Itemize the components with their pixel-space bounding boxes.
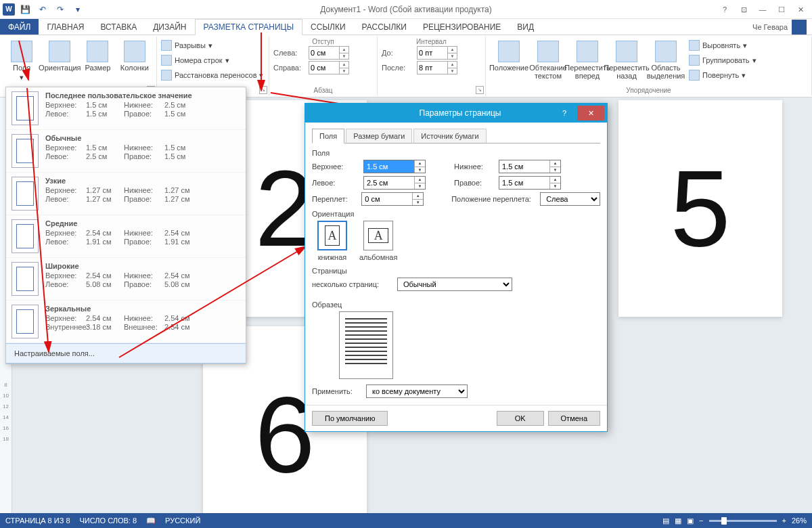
margins-dropdown: Последнее пользовательское значениеВерхн… [5, 87, 246, 364]
margin-bottom-input[interactable]: ▲▼ [499, 160, 561, 173]
view-print-icon[interactable]: ▤ [662, 516, 669, 525]
tab-design[interactable]: ДИЗАЙН [145, 19, 194, 35]
close-icon[interactable]: ✕ [792, 3, 809, 16]
view-web-icon[interactable]: ▣ [687, 516, 694, 525]
margins-preset-item[interactable]: ОбычныеВерхнее:1.5 смНижнее:1.5 смЛевое:… [6, 130, 246, 173]
cancel-button[interactable]: Отмена [548, 411, 600, 426]
save-icon[interactable]: 💾 [18, 2, 32, 17]
gutter-position-select[interactable]: Слева [540, 192, 600, 206]
orientation-landscape[interactable]: Aальбомная [359, 221, 397, 261]
tab-insert[interactable]: ВСТАВКА [92, 19, 145, 35]
zoom-level[interactable]: 26% [792, 516, 807, 525]
send-backward-button[interactable]: Переместить назад [608, 38, 646, 84]
size-button[interactable]: Размер [80, 38, 115, 84]
zoom-in-icon[interactable]: + [782, 516, 786, 525]
help-icon[interactable]: ? [716, 3, 734, 16]
status-words[interactable]: ЧИСЛО СЛОВ: 8 [80, 516, 137, 525]
spacing-header: Интервал [382, 38, 481, 45]
group-button[interactable]: Группировать ▾ [689, 53, 757, 68]
rotate-button[interactable]: Повернуть ▾ [689, 68, 757, 83]
margin-right-input[interactable]: ▲▼ [499, 176, 561, 190]
apply-to-select[interactable]: ко всему документу [366, 384, 468, 398]
status-proofing-icon[interactable]: 📖 [146, 516, 156, 525]
tab-mailings[interactable]: РАССЫЛКИ [354, 19, 415, 35]
avatar[interactable] [792, 20, 807, 35]
titlebar: W 💾 ↶ ↷ ▾ Документ1 - Word (Сбой активац… [0, 0, 812, 19]
status-language[interactable]: РУССКИЙ [165, 516, 200, 525]
orientation-button[interactable]: Ориентация [41, 38, 78, 84]
minimize-icon[interactable]: — [754, 3, 771, 16]
gutter-input[interactable]: ▲▼ [361, 192, 424, 206]
ok-button[interactable]: OK [497, 411, 544, 426]
paragraph-launcher-icon[interactable]: ↘ [476, 86, 484, 94]
preview-thumbnail [339, 311, 393, 379]
default-button[interactable]: По умолчанию [312, 411, 388, 426]
position-button[interactable]: Положение [490, 38, 528, 84]
tab-references[interactable]: ССЫЛКИ [302, 19, 353, 35]
margins-preset-item[interactable]: Последнее пользовательское значениеВерхн… [6, 87, 246, 130]
page-setup-dialog: Параметры страницы ? ✕ Поля Размер бумаг… [304, 103, 608, 432]
orientation-section-label: Ориентация [312, 210, 600, 218]
multiple-pages-select[interactable]: Обычный [397, 278, 512, 291]
margin-top-input[interactable]: ▲▼ [363, 160, 426, 173]
page-setup-launcher2-icon[interactable]: ↘ [259, 86, 267, 94]
dialog-titlebar[interactable]: Параметры страницы ? ✕ [305, 104, 607, 123]
word-app-icon: W [3, 3, 15, 16]
wrap-text-button[interactable]: Обтекание текстом [529, 38, 567, 84]
selection-pane-button[interactable]: Область выделения [647, 38, 685, 84]
zoom-slider[interactable] [709, 520, 777, 522]
status-page[interactable]: СТРАНИЦА 8 ИЗ 8 [5, 516, 70, 525]
quick-access-toolbar: W 💾 ↶ ↷ ▾ [0, 2, 85, 17]
tab-view[interactable]: ВИД [509, 19, 542, 35]
margins-button[interactable]: Поля▾ [4, 38, 39, 84]
dialog-tab-paper[interactable]: Размер бумаги [346, 129, 412, 144]
margins-preset-item[interactable]: УзкиеВерхнее:1.27 смНижнее:1.27 смЛевое:… [6, 173, 246, 215]
spacing-after-input[interactable]: ▲▼ [417, 61, 457, 74]
align-button[interactable]: Выровнять ▾ [689, 38, 757, 53]
undo-icon[interactable]: ↶ [35, 2, 50, 17]
pages-section-label: Страницы [312, 267, 600, 275]
user-name: Че Гевара [752, 23, 788, 31]
zoom-out-icon[interactable]: − [699, 516, 703, 525]
dialog-tab-margins[interactable]: Поля [312, 129, 344, 144]
arrange-group-label: Упорядочение [486, 87, 811, 94]
tab-review[interactable]: РЕЦЕНЗИРОВАНИЕ [415, 19, 509, 35]
redo-icon[interactable]: ↷ [53, 2, 68, 17]
margins-section-label: Поля [312, 149, 600, 157]
preview-section-label: Образец [312, 301, 600, 309]
window-title: Документ1 - Word (Сбой активации продукт… [320, 5, 491, 14]
dialog-help-icon[interactable]: ? [554, 106, 574, 120]
indent-left-input[interactable]: ▲▼ [309, 46, 349, 60]
page-5[interactable]: 5 [618, 100, 782, 317]
qat-more-icon[interactable]: ▾ [70, 2, 85, 17]
hyphenation-button[interactable]: Расстановка переносов ▾ [161, 68, 265, 83]
margins-preset-item[interactable]: ЗеркальныеВерхнее:2.54 смНижнее:2.54 смВ… [6, 301, 246, 343]
status-bar: СТРАНИЦА 8 ИЗ 8 ЧИСЛО СЛОВ: 8 📖 РУССКИЙ … [0, 513, 812, 528]
ribbon-tabs: ФАЙЛ ГЛАВНАЯ ВСТАВКА ДИЗАЙН РАЗМЕТКА СТР… [0, 19, 812, 35]
dialog-close-icon[interactable]: ✕ [577, 106, 604, 120]
tab-home[interactable]: ГЛАВНАЯ [39, 19, 92, 35]
indent-header: Отступ [273, 38, 373, 45]
indent-right-input[interactable]: ▲▼ [309, 61, 349, 74]
tab-page-layout[interactable]: РАЗМЕТКА СТРАНИЦЫ [195, 19, 303, 35]
ribbon-options-icon[interactable]: ⊡ [735, 3, 752, 16]
tab-file[interactable]: ФАЙЛ [0, 19, 39, 35]
line-numbers-button[interactable]: Номера строк ▾ [161, 53, 265, 68]
breaks-button[interactable]: Разрывы ▾ [161, 38, 265, 53]
custom-margins-item[interactable]: Настраиваемые поля... [6, 343, 246, 364]
view-read-icon[interactable]: ▦ [675, 516, 681, 525]
margin-left-input[interactable]: ▲▼ [363, 176, 426, 190]
spacing-before-input[interactable]: ▲▼ [417, 46, 457, 60]
columns-button[interactable]: Колонки [117, 38, 152, 84]
paragraph-group-label: Абзац [269, 87, 377, 94]
orientation-portrait[interactable]: Aкнижная [317, 221, 347, 261]
maximize-icon[interactable]: ☐ [773, 3, 790, 16]
user-area[interactable]: Че Гевара [752, 19, 812, 35]
margins-preset-item[interactable]: ШирокиеВерхнее:2.54 смНижнее:2.54 смЛево… [6, 258, 246, 301]
bring-forward-button[interactable]: Переместить вперед [568, 38, 606, 84]
margins-preset-item[interactable]: СредниеВерхнее:2.54 смНижнее:2.54 смЛево… [6, 215, 246, 258]
dialog-tab-source[interactable]: Источник бумаги [413, 129, 486, 144]
